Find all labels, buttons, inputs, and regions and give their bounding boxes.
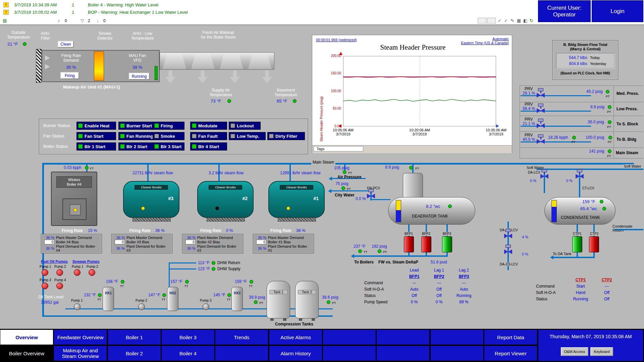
nav-boiler-overview[interactable]: Boiler Overview [0,346,53,361]
row-label: Command [536,283,568,290]
ctp2-link[interactable]: CTP2 [594,277,620,283]
check-icon[interactable]: ✓ [498,18,501,23]
feedwater-header-pipe [354,255,448,257]
boiler-bias-input[interactable] [256,240,266,244]
ctp1-link[interactable]: CTP1 [568,277,594,283]
nav-report-viewer[interactable]: Report Viewer [484,346,537,361]
scroll-down-icon[interactable]: ↓ [97,18,99,23]
master-demand-value: 36 % [43,236,54,240]
bfp2-link[interactable]: BFP2 [427,274,451,280]
status-button-blr1-start[interactable]: Blr 1 Start [76,142,116,150]
nav-blank[interactable] [215,346,268,361]
nav-blank[interactable] [430,329,484,345]
printer-icon[interactable]: ▦ [517,18,521,23]
check-all-icon[interactable]: ✓ [504,18,508,23]
toolbar-box[interactable] [478,18,486,23]
prv-valve-icon [537,139,545,144]
status-button-blr4-start[interactable]: Blr 4 Start [190,142,227,150]
nav-blank[interactable] [323,329,376,345]
status-button-dirty-filter[interactable]: Dirty Filter [267,132,305,140]
nav-feedwater-overview[interactable]: Feedwater Overview [54,329,107,345]
city-water-indicator [341,186,345,190]
status-button-low-temp[interactable]: Low Temp. [229,132,266,140]
nav-overview[interactable]: Overview [0,329,53,345]
alarm-row[interactable]: ! 3/7/2019 10:05:02 AM 1 BOP - Warning: … [3,10,188,15]
nav-boiler-4[interactable]: Boiler 4 [161,346,215,361]
status-button-fan-start[interactable]: Fan Start [76,132,116,140]
status-button-lockout[interactable]: Lockout [229,122,261,130]
status-button-blr3-start[interactable]: Blr 3 Start [153,142,184,150]
status-button-fan-fault[interactable]: Fan Fault [190,132,227,140]
sewage-pump2-label: Pump 2 [87,265,98,268]
boiler-bias-input[interactable] [115,240,125,244]
alarm-message: BOP - Warning: Heat Exchanger 1 Low Wate… [88,10,188,15]
pt-tag: PT [332,301,336,305]
status-button-burner-start[interactable]: Burner Start [118,122,158,130]
cell: Running [451,293,476,299]
login-button[interactable]: Login [592,0,643,22]
fresh-air-label: Fresh Air Makeup for the Boiler Room [187,30,249,40]
nav-blank[interactable] [376,346,430,361]
tags-tab[interactable]: Tags [314,146,363,152]
nav-alarm-history[interactable]: Alarm History [269,346,322,361]
boiler-number: #1 [313,196,319,201]
ct-temp-indicator [600,200,603,203]
boiler-brand-label: Cleaver Brooks [135,185,168,190]
status-button-blr2-start[interactable]: Blr 2 Start [118,142,158,150]
dhw-supply-label: DHW Supply [217,266,240,271]
supply-air-temp-indicator [227,99,231,103]
condensate-tank-label: CONDENSATE TANK [561,215,600,220]
nav-report-data[interactable]: Report Data [484,329,537,345]
status-button-modulate[interactable]: Modulate [190,122,227,130]
status-button-smoke[interactable]: Smoke [153,132,184,140]
nav-boiler-3[interactable]: Boiler 3 [161,329,215,345]
fwpcv-valve-icon [367,194,375,198]
alarm-row[interactable]: ! 3/7/2019 10:34:39 AM 1 Boiler 4 - Warn… [3,2,158,7]
trend-elapsed-link[interactable]: 00:00:01.969 (optimized) [316,38,357,42]
bfp3-link[interactable]: BFP3 [451,274,476,280]
palette-icon[interactable]: ◧ [523,18,527,23]
alarm-mute-icon[interactable]: ♪ [58,18,60,23]
x-axis-right-arrow-icon [496,124,499,128]
ahu-filter-clean-button[interactable]: Clean [58,41,74,48]
nav-trends[interactable]: Trends [215,329,268,345]
keyboard-button[interactable]: Keyboard [590,347,613,356]
da23-lcv-value: 0 % [522,252,528,256]
nav-makeup-air-steam-overview[interactable]: Makeup Air and Steam Overview [54,346,107,361]
hx3-vessel: HX3 [231,287,243,311]
cell: Running [568,296,594,302]
toolbar-box[interactable] [487,18,496,23]
bfp-col-lag2: Lag 2 [451,267,476,274]
login-label: Login [610,8,625,15]
alarm-filter-icon[interactable]: ▽ [80,18,84,23]
ahu-low-line2: Temperature [125,36,160,41]
nav-blank[interactable] [376,329,430,345]
pen-icon[interactable]: ✎ [511,18,514,23]
om-access-button[interactable]: O&M Access [561,347,588,356]
boiler3-firing-label: Firing Rate [129,228,151,233]
boiler-3: Cleaver Brooks #3 [123,181,179,218]
status-button-fan-running[interactable]: Fan Running [118,132,158,140]
sewage-pumps-title: Sewage Pumps [72,259,100,263]
trend-mode-link[interactable]: Automatic [443,37,509,41]
status-button-firing[interactable]: Firing [153,122,184,130]
boiler-bias-input[interactable] [44,240,54,244]
page-icon[interactable]: ▤ [3,18,7,23]
refresh-icon[interactable]: ↻ [530,18,533,23]
bfp1-link[interactable]: BFP1 [402,274,427,280]
nav-blank[interactable] [430,346,484,361]
nav-active-alarms[interactable]: Active Alarms [269,329,322,345]
boiler-bias-input[interactable] [185,240,196,244]
firing-status-button[interactable]: Firing [60,72,79,79]
status-button-enable-heat[interactable]: Enable Heat [76,122,116,130]
da-steam-indicator [409,166,413,170]
main-steam-header-pipe [42,163,634,165]
status-label: Fan Fault [198,134,218,139]
fan-running-button[interactable]: Running [129,73,150,80]
status-label: Burner Start [126,123,152,128]
prv-name: PRV [525,86,533,91]
nav-blank[interactable] [323,346,376,361]
wickes-boiler-4: Wickes Boiler #4 [51,172,97,226]
nav-boiler-1[interactable]: Boiler 1 [108,329,161,345]
nav-boiler-2[interactable]: Boiler 2 [108,346,161,361]
